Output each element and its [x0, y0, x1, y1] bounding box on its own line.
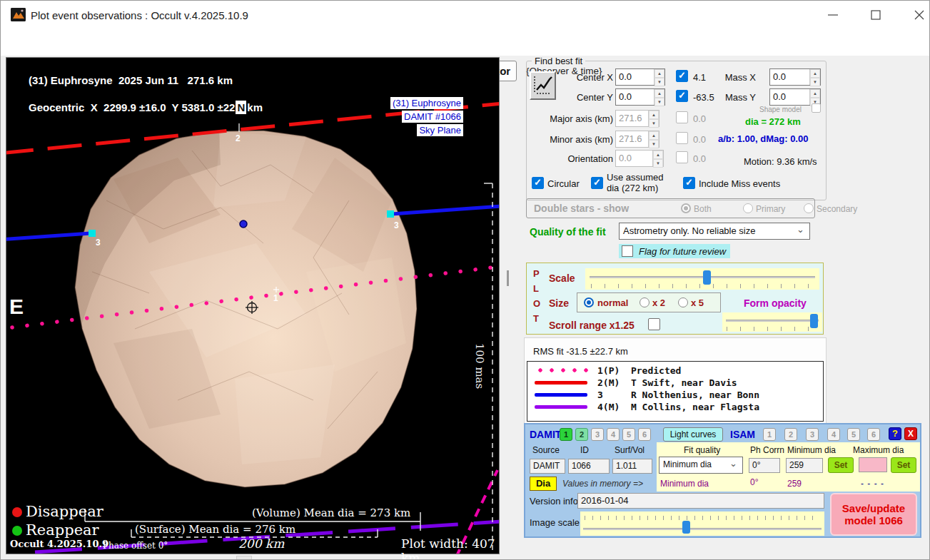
image-scale-thumb[interactable]	[682, 521, 690, 534]
double-secondary-label: Secondary	[817, 204, 857, 214]
center-y-checkbox[interactable]	[676, 90, 688, 102]
chord-3-midpoint	[240, 220, 247, 228]
shape-model-checkbox[interactable]	[812, 103, 821, 113]
minor-axis-checkbox[interactable]	[676, 132, 688, 144]
include-miss-label: Include Miss events	[699, 178, 780, 189]
center-x-spinner[interactable]: 0.0▲▼	[615, 68, 665, 86]
menu-bar: with Plot... Plot options... ? Help Keep…	[1, 29, 929, 56]
damit-label: DAMIT	[530, 429, 561, 440]
image-scale-slider[interactable]	[580, 511, 824, 536]
find-best-fit-button[interactable]	[530, 71, 556, 100]
max-dia-set-button[interactable]: Set	[891, 457, 916, 473]
use-assumed-label: Use assumed dia (272 km)	[607, 172, 674, 193]
ph-corrn-field[interactable]: 0°	[749, 458, 780, 473]
app-icon	[11, 8, 26, 21]
mas-scale-label: 100 mas	[473, 343, 486, 389]
mass-x-spinner[interactable]: 0.0▲▼	[769, 68, 821, 86]
damit-model-3-button[interactable]: 3	[591, 428, 604, 441]
observation-row[interactable]: 4(M) M Collins, near Flagsta	[527, 401, 823, 413]
min-dia-field[interactable]: 259	[786, 458, 823, 473]
dia-button[interactable]: Dia	[530, 477, 557, 491]
close-button[interactable]	[901, 1, 930, 29]
damit-model-6-button[interactable]: 6	[638, 428, 651, 441]
major-axis-spinner[interactable]: 271.6▲▼	[615, 110, 659, 127]
center-x-checkbox[interactable]	[676, 70, 688, 82]
version-info-field[interactable]: 2016-01-04	[577, 493, 824, 509]
damit-help-button[interactable]: ?	[889, 427, 901, 440]
use-assumed-checkbox[interactable]	[591, 177, 603, 189]
size-normal-label: normal	[597, 297, 628, 308]
scroll-range-checkbox[interactable]	[648, 318, 660, 330]
save-update-model-button[interactable]: Save/update model 1066	[830, 493, 917, 536]
double-secondary-radio[interactable]	[804, 203, 814, 213]
chord-3-label-left: 3	[96, 238, 101, 248]
orientation-checkbox[interactable]	[676, 151, 688, 163]
id-header: ID	[580, 445, 589, 455]
minor-axis-fit-value: 0.0	[693, 134, 706, 145]
minor-axis-spinner[interactable]: 271.6▲▼	[615, 131, 659, 148]
reappear-label: Reappear	[26, 521, 99, 539]
damit-model-5-button[interactable]: 5	[622, 428, 635, 441]
occult-version-label: Occult 4.2025.10.9	[10, 539, 108, 549]
east-marker: E	[9, 295, 24, 319]
include-miss-checkbox[interactable]	[683, 177, 695, 189]
isam-model-1-button[interactable]: 1	[763, 428, 776, 441]
isam-model-3-button[interactable]: 3	[806, 428, 819, 441]
damit-model-2-button[interactable]: 2	[575, 428, 588, 441]
size-normal-radio[interactable]	[584, 297, 594, 307]
isam-model-5-button[interactable]: 5	[847, 428, 860, 441]
orientation-spinner[interactable]: 0.0▲▼	[615, 150, 664, 167]
fit-quality-dropdown[interactable]: Minimum dia	[659, 457, 743, 474]
chord-3-line-left	[6, 233, 91, 240]
splitter-handle[interactable]	[507, 270, 509, 286]
double-primary-radio[interactable]	[743, 203, 753, 213]
observation-row[interactable]: 3 R Nolthenius, near Bonn	[527, 389, 823, 401]
size-x2-label: x 2	[652, 297, 665, 308]
scale-slider-thumb[interactable]	[703, 270, 711, 285]
motion-label: Motion: 9.36 km/s	[744, 156, 817, 167]
disappear-label: Disappear	[26, 503, 103, 520]
plot-canvas[interactable]: (31) Euphrosyne 2025 Jun 11 271.6 km Geo…	[6, 58, 499, 554]
scale-slider[interactable]	[585, 268, 819, 290]
title-bar: Plot event observations : Occult v.4.202…	[1, 1, 929, 29]
damit-model-4-button[interactable]: 4	[607, 428, 620, 441]
plot-letter-l: L	[533, 283, 539, 294]
chord-2-label: 2	[236, 133, 241, 143]
scroll-range-label: Scroll range x1.25	[549, 320, 635, 331]
observation-row[interactable]: 2(M) T Swift, near Davis	[527, 377, 823, 389]
isam-label: ISAM	[730, 429, 755, 440]
maximize-button[interactable]	[858, 1, 894, 29]
major-axis-checkbox[interactable]	[676, 111, 688, 123]
minimize-button[interactable]	[815, 1, 851, 29]
center-x-label: Center X	[565, 72, 613, 83]
observation-list[interactable]: 1(P) Predicted 2(M) T Swift, near Davis …	[527, 361, 824, 422]
size-x5-radio[interactable]	[678, 297, 688, 307]
double-both-radio[interactable]	[681, 203, 691, 213]
scrollbar-stub[interactable]	[236, 556, 252, 560]
damit-model-1-button[interactable]: 1	[560, 428, 572, 441]
plot-overlay-labels: (31) Euphrosyne DAMIT #1066 Sky Plane	[390, 97, 463, 136]
isam-model-2-button[interactable]: 2	[784, 428, 797, 441]
chord-3-label-right: 3	[394, 220, 399, 230]
form-opacity-thumb[interactable]	[810, 314, 818, 328]
observation-row[interactable]: 1(P) Predicted	[527, 365, 823, 377]
min-dia-set-button[interactable]: Set	[828, 457, 854, 473]
plot-title-line2b: km	[247, 101, 263, 113]
size-x2-radio[interactable]	[640, 297, 650, 307]
max-dia-field[interactable]	[859, 457, 887, 472]
chord-3-swatch	[535, 393, 587, 397]
quality-dropdown[interactable]: Astrometry only. No reliable size	[619, 223, 810, 240]
flag-review-checkbox[interactable]	[622, 245, 633, 257]
damit-close-button[interactable]: X	[904, 427, 917, 440]
center-y-spinner[interactable]: 0.0▲▼	[615, 88, 665, 106]
scale-200km-label: 200 km	[238, 536, 284, 551]
circular-checkbox[interactable]	[532, 177, 544, 189]
isam-model-4-button[interactable]: 4	[827, 428, 840, 441]
north-marker: N	[236, 101, 246, 114]
isam-model-6-button[interactable]: 6	[867, 428, 880, 441]
chord-3-disappear-marker	[89, 230, 96, 237]
form-opacity-slider[interactable]	[722, 312, 822, 332]
light-curves-button[interactable]: Light curves	[663, 427, 723, 442]
surfvol-header: Surf/Vol	[615, 445, 645, 455]
mass-y-label: Mass Y	[711, 92, 756, 103]
